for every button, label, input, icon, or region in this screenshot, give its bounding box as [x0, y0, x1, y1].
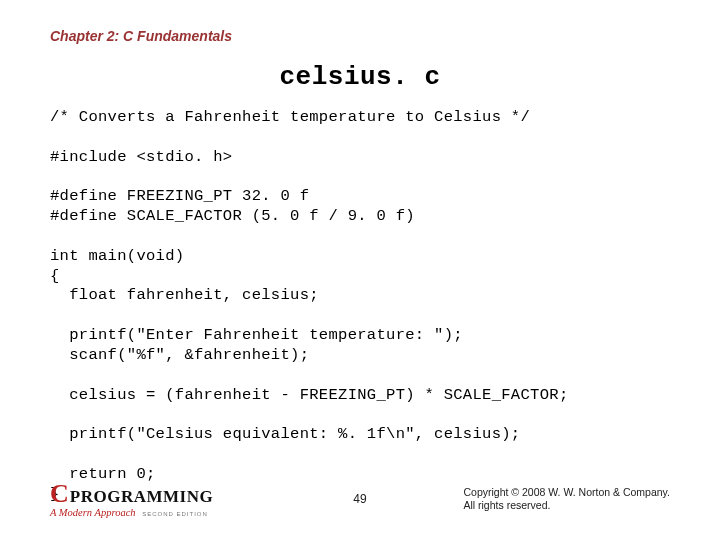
copyright-notice: Copyright © 2008 W. W. Norton & Company.… [463, 486, 670, 513]
logo-programming-text: PROGRAMMING [70, 488, 213, 505]
logo-modern-approach: A Modern Approach [50, 507, 136, 518]
code-listing: /* Converts a Fahrenheit temperature to … [50, 108, 670, 505]
page-title: celsius. c [50, 62, 670, 92]
chapter-heading: Chapter 2: C Fundamentals [50, 28, 670, 44]
page-number: 49 [353, 492, 366, 506]
book-logo: C PROGRAMMING A Modern Approach SECOND E… [50, 481, 213, 519]
logo-c-letter: C [50, 481, 69, 507]
logo-edition: SECOND EDITION [142, 511, 208, 517]
footer: C PROGRAMMING A Modern Approach SECOND E… [50, 481, 670, 519]
copyright-line-2: All rights reserved. [463, 499, 670, 513]
logo-subtitle: A Modern Approach SECOND EDITION [50, 508, 213, 519]
copyright-line-1: Copyright © 2008 W. W. Norton & Company. [463, 486, 670, 500]
logo-top-row: C PROGRAMMING [50, 481, 213, 507]
